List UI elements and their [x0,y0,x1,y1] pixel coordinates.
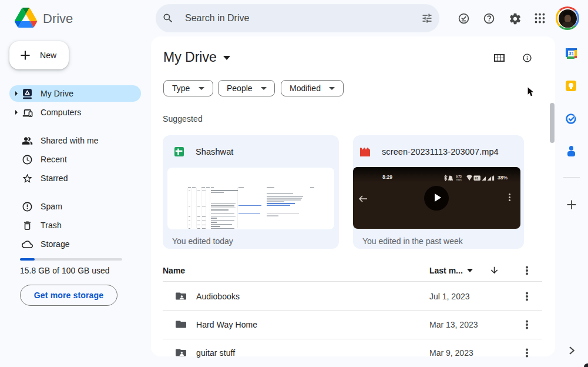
svg-text:91: 91 [475,176,479,180]
svg-text:KB/s: KB/s [456,178,462,181]
svg-text:9.73: 9.73 [456,175,462,178]
